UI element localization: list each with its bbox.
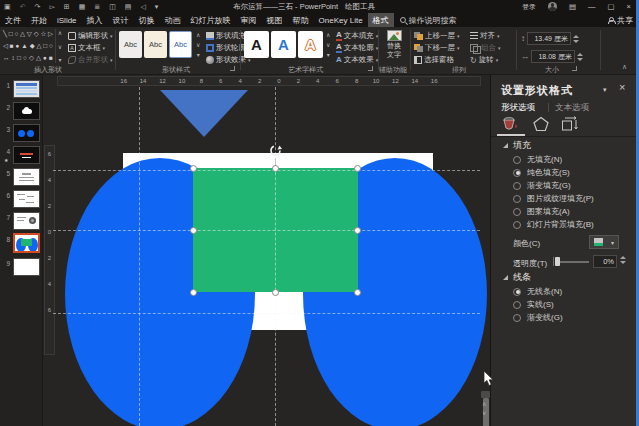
print-icon[interactable]: ▤ [125,0,132,13]
radio-slide-background-fill[interactable]: 幻灯片背景填充(B) [513,219,594,230]
pane-close-icon[interactable]: × [619,81,625,93]
tab-help[interactable]: 帮助 [288,13,314,28]
fill-and-line-icon[interactable] [501,116,519,132]
tab-animations[interactable]: 动画 [160,13,186,28]
user-avatar[interactable] [548,2,557,11]
new-slide-icon[interactable]: ⊞ [64,0,70,13]
shape-glyph[interactable]: ◁ [3,41,8,51]
shape-style-preset-2[interactable]: Abc [144,31,167,58]
slide-thumbnail-6[interactable] [13,190,40,208]
shape-glyph[interactable]: ● [43,53,47,63]
collapse-ribbon-icon[interactable]: ∧ [622,63,627,71]
rotate-button[interactable]: ↻ 旋转▾ [470,55,498,65]
size-dialog-launcher[interactable] [572,66,577,71]
transparency-input[interactable]: 0% [593,255,617,268]
radio-picture-texture-fill[interactable]: 图片或纹理填充(P) [513,193,594,204]
size-properties-icon[interactable] [561,116,578,132]
slide-thumbnail-1[interactable] [13,80,40,98]
radio-solid-fill[interactable]: 纯色填充(S) [513,167,570,178]
tab-format[interactable]: 格式 [368,13,394,28]
minimize-button[interactable]: — [588,2,596,11]
next-slide-button[interactable]: ∨ [482,409,486,416]
shape-glyph[interactable]: □ [43,41,47,51]
width-input[interactable]: 18.08 厘米 [531,50,575,63]
transparency-slider-thumb[interactable] [555,257,560,266]
shape-styles-dialog-launcher[interactable] [230,66,235,71]
blue-triangle-shape[interactable] [160,90,248,137]
layout-icon[interactable]: ◫ [109,0,116,13]
slide-thumbnail-3[interactable] [13,124,40,142]
alt-text-button[interactable]: 替换 文字 [381,30,407,63]
align-button[interactable]: 对齐▾ [470,31,500,41]
height-spinner[interactable] [573,35,579,43]
vertical-guide-left[interactable] [139,87,140,426]
maximize-button[interactable]: ▢ [608,2,615,11]
share-button[interactable]: 共享 [607,15,633,26]
edit-shape-button[interactable]: 编辑形状▾ [68,31,113,41]
selection-handle-sw[interactable] [190,289,197,296]
slide-thumbnail-5[interactable] [13,168,40,186]
slide-thumbnail-2[interactable] [13,102,40,120]
transparency-spinner[interactable] [620,256,626,264]
shape-glyph[interactable]: △ [36,53,41,63]
radio-solid-line[interactable]: 实线(S) [513,299,554,310]
wordart-preset-3[interactable]: A [298,31,323,58]
slide-thumbnail-7[interactable] [13,212,40,230]
shape-glyph[interactable]: ○ [49,41,53,51]
split-handle[interactable] [481,391,490,398]
text-fill-button[interactable]: A 文本填充▾ [336,31,378,41]
horizontal-guide-middle[interactable] [53,230,480,231]
tab-text-options[interactable]: 文本选项 [555,102,589,114]
tab-shape-options[interactable]: 形状选项 [501,102,535,114]
text-box-button[interactable]: A 文本框▾ [68,43,105,53]
fill-color-picker[interactable]: ▾ [589,235,619,249]
selection-handle-se[interactable] [354,289,361,296]
effects-icon[interactable] [533,116,549,132]
shape-glyph[interactable]: ■ [10,41,14,51]
shape-glyph[interactable]: ◇ [34,29,39,39]
tell-me-search[interactable]: 操作说明搜索 [400,15,457,26]
previous-slide-button[interactable]: ∧ [482,400,486,407]
save-icon[interactable]: ▣ [4,0,11,13]
radio-no-line[interactable]: 无线条(N) [513,286,562,297]
undo-icon[interactable]: ↶ [20,0,26,13]
selection-handle-nw[interactable] [190,165,197,172]
tab-onekey-lite[interactable]: OneKey Lite [314,14,368,27]
vertical-guide-center[interactable] [275,87,276,426]
shape-glyph[interactable]: △ [20,29,25,39]
shape-gallery[interactable]: ╲□○△▽◇☆▷ ◁■●▲◆△□○ ↔↕□○◇△●■ [3,29,53,63]
pane-menu-icon[interactable]: ▾ [603,86,607,94]
shape-style-preset-3[interactable]: Abc [169,31,192,58]
tab-file[interactable]: 文件 [0,13,26,28]
radio-pattern-fill[interactable]: 图案填充(A) [513,206,570,217]
wordart-preset-2[interactable]: A [271,31,296,58]
shape-gallery-scrollbar[interactable]: ∧∨▾ [55,29,64,63]
bring-forward-button[interactable]: 上移一层▾ [414,31,460,41]
sign-in-label[interactable]: 登录 [522,2,536,12]
sound-icon[interactable]: ◁ [140,0,145,13]
slide-thumbnail-4[interactable] [13,146,40,164]
horizontal-guide-bottom[interactable] [53,313,480,314]
shape-glyph[interactable]: ■ [49,53,53,63]
shape-glyph[interactable]: □ [9,29,13,39]
bullets-icon[interactable]: ≣ [94,0,100,13]
slideshow-from-start-icon[interactable]: ▻ [49,0,54,13]
selection-handle-w[interactable] [190,227,197,234]
radio-no-fill[interactable]: 无填充(N) [513,154,562,165]
wordart-preset-1[interactable]: A [244,31,269,58]
selection-pane-button[interactable]: 选择窗格 [414,55,454,65]
radio-gradient-line[interactable]: 渐变线(G) [513,312,563,323]
selection-handle-ne[interactable] [354,165,361,172]
shape-glyph[interactable]: □ [17,53,21,63]
radio-gradient-fill[interactable]: 渐变填充(G) [513,180,571,191]
height-input[interactable]: 13.49 厘米 [527,32,571,45]
text-effects-button[interactable]: A 文本效果▾ [336,55,378,65]
selection-handle-s[interactable] [272,289,279,296]
slide-thumbnail-9[interactable] [13,258,40,276]
tab-slideshow[interactable]: 幻灯片放映 [186,13,236,28]
horizontal-guide-top[interactable] [53,170,480,171]
line-section-header[interactable]: 线条 [503,271,531,284]
tab-islide[interactable]: iSlide [52,14,82,27]
send-backward-button[interactable]: 下移一层▾ [414,43,460,53]
close-button[interactable]: × [627,2,631,11]
